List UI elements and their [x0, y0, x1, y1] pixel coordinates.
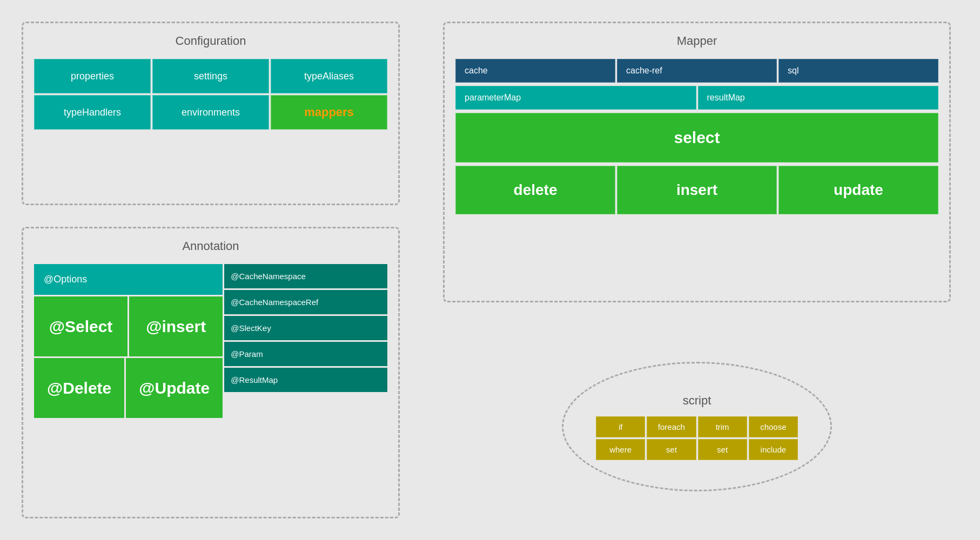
config-cell-typehandlers: typeHandlers [34, 95, 151, 130]
annotation-resultmap-ann: @ResultMap [224, 368, 387, 392]
annotation-cachenamespace: @CacheNamespace [224, 264, 387, 288]
annotation-slectkey: @SlectKey [224, 316, 387, 340]
config-cell-mappers: mappers [271, 95, 387, 130]
annotation-param: @Param [224, 342, 387, 366]
script-set1: set [647, 439, 696, 460]
config-cell-settings: settings [152, 59, 269, 93]
mapper-insert: insert [617, 166, 777, 214]
annotation-cachenamespaceref: @CacheNamespaceRef [224, 290, 387, 314]
annotation-box: Annotation @Options @Select @insert @Del… [22, 227, 400, 518]
annotation-layout: @Options @Select @insert @Delete @Update… [34, 264, 387, 418]
script-include: include [749, 439, 798, 460]
mapper-cache: cache [455, 59, 615, 83]
mapper-update: update [778, 166, 938, 214]
script-oval: script if foreach trim choose where set … [562, 362, 832, 491]
mapper-select: select [455, 113, 938, 163]
mapper-row1: cache cache-ref sql [455, 59, 938, 83]
config-cell-environments: environments [152, 95, 269, 130]
mapper-cache-ref: cache-ref [617, 59, 777, 83]
configuration-grid: properties settings typeAliases typeHand… [34, 59, 387, 130]
script-set2: set [698, 439, 747, 460]
config-cell-typealiases: typeAliases [271, 59, 387, 93]
script-grid: if foreach trim choose where set set inc… [596, 416, 798, 460]
mapper-title: Mapper [455, 34, 938, 48]
annotation-insert: @insert [129, 296, 223, 356]
mapper-box: Mapper cache cache-ref sql parameterMap … [443, 22, 951, 302]
annotation-select-insert-row: @Select @insert [34, 296, 223, 356]
annotation-update: @Update [126, 358, 223, 418]
configuration-box: Configuration properties settings typeAl… [22, 22, 400, 205]
annotation-left: @Options @Select @insert @Delete @Update [34, 264, 223, 418]
script-container: script if foreach trim choose where set … [443, 335, 951, 518]
annotation-select: @Select [34, 296, 127, 356]
mapper-row3: select [455, 113, 938, 163]
script-where: where [596, 439, 645, 460]
mapper-grid: cache cache-ref sql parameterMap resultM… [455, 59, 938, 214]
script-trim: trim [698, 416, 747, 437]
mapper-sql: sql [778, 59, 938, 83]
annotation-delete-update-row: @Delete @Update [34, 358, 223, 418]
mapper-row2: parameterMap resultMap [455, 86, 938, 110]
annotation-options: @Options [34, 264, 223, 295]
script-if: if [596, 416, 645, 437]
script-title: script [683, 394, 711, 408]
annotation-right: @CacheNamespace @CacheNamespaceRef @Slec… [224, 264, 387, 418]
annotation-delete: @Delete [34, 358, 124, 418]
script-foreach: foreach [647, 416, 696, 437]
annotation-title: Annotation [34, 239, 387, 253]
script-choose: choose [749, 416, 798, 437]
mapper-row4: delete insert update [455, 166, 938, 214]
mapper-parametermap: parameterMap [455, 86, 696, 110]
config-cell-properties: properties [34, 59, 151, 93]
mapper-delete: delete [455, 166, 615, 214]
configuration-title: Configuration [34, 34, 387, 48]
mapper-resultmap: resultMap [698, 86, 939, 110]
